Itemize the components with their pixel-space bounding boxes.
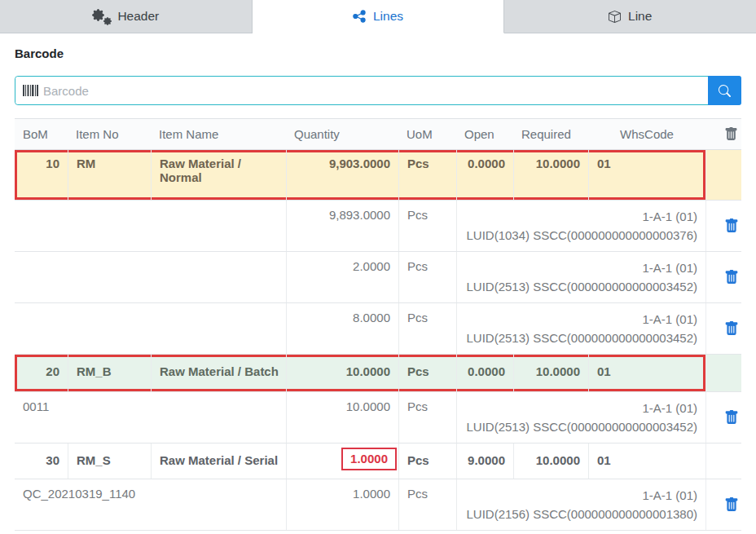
luid-sscc: LUID(2513) SSCC(000000000000003452): [465, 418, 697, 437]
cell-open: 0.0000: [456, 355, 513, 391]
cell-quantity: 10.0000: [286, 392, 398, 443]
cell-quantity: 9,893.0000: [286, 201, 398, 251]
delete-row-button[interactable]: [721, 267, 742, 288]
cell-uom: Pcs: [398, 201, 456, 251]
delete-row-button[interactable]: [721, 407, 742, 428]
cell-location: 1-A-1 (01) LUID(1034) SSCC(0000000000000…: [456, 201, 705, 251]
cell-itemname: Raw Material / Normal: [151, 150, 286, 200]
cell-batch-serial: [15, 201, 286, 251]
tab-lines-label: Lines: [373, 9, 403, 24]
cube-icon: [609, 11, 621, 23]
trash-icon: [724, 270, 739, 285]
cell-required: 10.0000: [513, 150, 588, 200]
cell-bom: 20: [15, 355, 68, 391]
trash-icon: [724, 410, 739, 425]
bin-location: 1-A-1 (01): [465, 487, 697, 505]
cell-open: 9.0000: [456, 444, 513, 479]
detail-row[interactable]: 2.0000 Pcs 1-A-1 (01) LUID(2513) SSCC(00…: [15, 252, 741, 303]
cell-quantity: 9,903.0000: [286, 150, 398, 200]
col-header-bom: BoM: [15, 127, 68, 141]
cell-uom: Pcs: [398, 303, 456, 354]
cell-location: 1-A-1 (01) LUID(2156) SSCC(0000000000000…: [456, 479, 705, 530]
cell-location: 1-A-1 (01) LUID(2513) SSCC(0000000000000…: [456, 392, 705, 443]
cell-bom: 30: [15, 444, 68, 479]
delete-row-button[interactable]: [721, 318, 742, 339]
tab-line[interactable]: Line: [504, 0, 756, 33]
luid-sscc: LUID(2513) SSCC(000000000000003452): [465, 329, 697, 348]
bin-location: 1-A-1 (01): [465, 259, 697, 278]
cell-batch-serial: QC_20210319_1140: [15, 479, 286, 530]
cell-bom: 10: [15, 150, 68, 200]
trash-icon: [724, 497, 739, 512]
luid-sscc: LUID(2156) SSCC(000000000000001380): [465, 505, 697, 524]
search-icon: [719, 85, 731, 97]
cell-uom: Pcs: [398, 444, 456, 479]
cell-quantity: 1.0000: [286, 479, 398, 530]
gears-icon: [92, 9, 110, 24]
cell-whscode: 01: [588, 150, 705, 200]
cell-whscode: 01: [588, 444, 705, 479]
detail-row[interactable]: 0011 10.0000 Pcs 1-A-1 (01) LUID(2513) S…: [15, 392, 741, 444]
bin-location: 1-A-1 (01): [465, 399, 697, 418]
bin-location: 1-A-1 (01): [465, 311, 697, 329]
cell-uom: Pcs: [398, 150, 456, 200]
detail-row[interactable]: 9,893.0000 Pcs 1-A-1 (01) LUID(1034) SSC…: [15, 201, 741, 252]
trash-icon: [724, 321, 739, 336]
cell-quantity: 10.0000: [286, 355, 398, 391]
line-row[interactable]: 10 RM Raw Material / Normal 9,903.0000 P…: [15, 150, 741, 201]
delete-all-icon[interactable]: [724, 127, 738, 141]
tab-lines[interactable]: Lines: [253, 0, 505, 33]
delete-row-button[interactable]: [721, 494, 742, 515]
cell-quantity: 1.0000: [286, 444, 398, 479]
luid-sscc: LUID(2513) SSCC(000000000000003452): [465, 278, 697, 297]
cell-uom: Pcs: [398, 392, 456, 443]
share-icon: [353, 10, 366, 23]
cell-required: 10.0000: [513, 444, 588, 479]
luid-sscc: LUID(1034) SSCC(000000000000000376): [465, 227, 697, 245]
cell-uom: Pcs: [398, 252, 456, 302]
cell-batch-serial: [15, 252, 286, 302]
tab-header[interactable]: Header: [0, 0, 253, 33]
col-header-open: Open: [456, 127, 513, 141]
cell-location: 1-A-1 (01) LUID(2513) SSCC(0000000000000…: [456, 303, 705, 354]
table-header-row: BoM Item No Item Name Quantity UoM Open …: [15, 119, 741, 150]
tab-header-label: Header: [117, 9, 159, 24]
tab-bar: Header Lines Line: [0, 0, 756, 33]
bin-location: 1-A-1 (01): [465, 208, 697, 227]
barcode-icon: [23, 85, 38, 96]
cell-whscode: 01: [588, 355, 705, 391]
cell-itemname: Raw Material / Serial: [151, 444, 286, 479]
cell-location: 1-A-1 (01) LUID(2513) SSCC(0000000000000…: [456, 252, 705, 302]
cell-itemno: RM: [68, 150, 151, 200]
cell-open: 0.0000: [456, 150, 513, 200]
detail-row[interactable]: 8.0000 Pcs 1-A-1 (01) LUID(2513) SSCC(00…: [15, 303, 741, 355]
cell-uom: Pcs: [398, 355, 456, 391]
barcode-label: Barcode: [15, 46, 741, 63]
detail-row[interactable]: QC_20210319_1140 1.0000 Pcs 1-A-1 (01) L…: [15, 479, 741, 531]
col-header-whscode: WhsCode: [588, 127, 705, 141]
barcode-input[interactable]: [15, 77, 708, 104]
col-header-uom: UoM: [398, 127, 456, 141]
cell-itemno: RM_B: [68, 355, 151, 391]
line-row[interactable]: 30 RM_S Raw Material / Serial 1.0000 Pcs…: [15, 444, 741, 479]
cell-batch-serial: [15, 303, 286, 354]
cell-uom: Pcs: [398, 479, 456, 530]
search-button[interactable]: [708, 76, 741, 105]
cell-required: 10.0000: [513, 355, 588, 391]
col-header-itemno: Item No: [68, 127, 151, 141]
cell-itemno: RM_S: [68, 444, 151, 479]
line-row[interactable]: 20 RM_B Raw Material / Batch 10.0000 Pcs…: [15, 355, 741, 392]
cell-quantity: 8.0000: [286, 303, 398, 354]
tab-line-label: Line: [628, 9, 652, 24]
col-header-required: Required: [513, 127, 588, 141]
delete-row-button[interactable]: [721, 215, 742, 236]
barcode-input-group: [15, 76, 741, 105]
cell-itemname: Raw Material / Batch: [151, 355, 286, 391]
lines-table: BoM Item No Item Name Quantity UoM Open …: [15, 118, 741, 531]
col-header-itemname: Item Name: [151, 127, 286, 141]
cell-quantity: 2.0000: [286, 252, 398, 302]
cell-batch-serial: 0011: [15, 392, 286, 443]
col-header-quantity: Quantity: [286, 127, 398, 141]
trash-icon: [724, 218, 739, 233]
quantity-alert-value: 1.0000: [341, 448, 397, 470]
